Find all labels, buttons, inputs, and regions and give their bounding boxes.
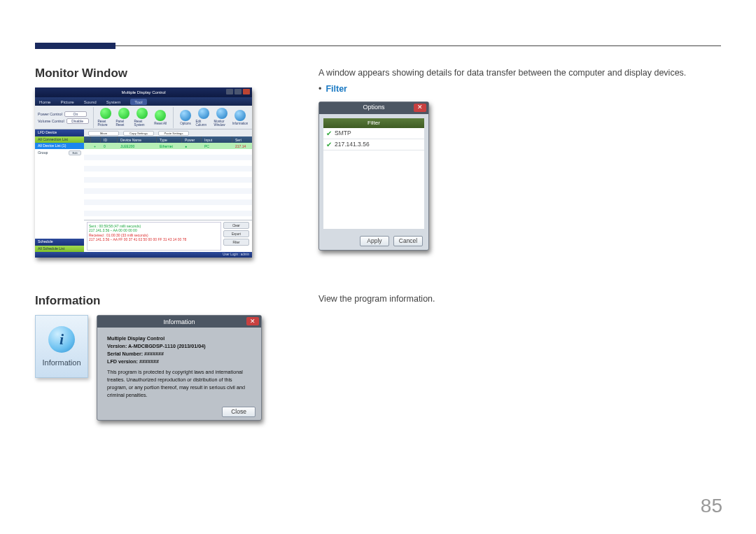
info-serial: Serial Number: ####### bbox=[107, 351, 164, 357]
sidebar-group-label: Group bbox=[38, 150, 48, 155]
mdc-title: Multiple Display Control bbox=[121, 90, 165, 94]
sidebar-all-device[interactable]: All Device List (1) bbox=[35, 143, 84, 149]
apply-button[interactable]: Apply bbox=[360, 236, 389, 246]
monitor-filter-button[interactable]: Filter bbox=[223, 239, 249, 246]
close-button[interactable] bbox=[243, 89, 250, 94]
tb-reset-system[interactable]: Reset System bbox=[134, 108, 150, 127]
tab-system[interactable]: System bbox=[106, 99, 121, 104]
volume-control-value[interactable]: Disable bbox=[66, 118, 89, 124]
grid-header: ID Device NameTypePower InputSeri bbox=[84, 136, 252, 143]
monitor-window-description: A window appears showing details for dat… bbox=[318, 66, 721, 80]
power-control-label: Power Control bbox=[38, 112, 62, 116]
sidebar-lfd-device[interactable]: LFD Device bbox=[35, 129, 84, 136]
close-icon[interactable]: ✕ bbox=[414, 104, 426, 112]
information-title: Information bbox=[163, 318, 195, 325]
page-number: 85 bbox=[701, 495, 722, 517]
info-legal: This program is protected by copyright l… bbox=[107, 368, 253, 400]
information-tile-label: Information bbox=[42, 358, 80, 367]
filter-bullet: •Filter bbox=[318, 83, 721, 96]
tb-panel-reset[interactable]: Panel Reset bbox=[116, 108, 132, 127]
information-tile[interactable]: i Information bbox=[35, 315, 88, 378]
minimize-button[interactable] bbox=[226, 89, 233, 94]
volume-control-label: Volume Control bbox=[38, 119, 64, 123]
information-icon: i bbox=[48, 326, 75, 353]
heading-information: Information bbox=[35, 294, 287, 308]
sidebar-edit-button[interactable]: Edit bbox=[69, 150, 81, 155]
tb-reset-picture[interactable]: Reset Picture bbox=[98, 108, 114, 127]
monitor-log: Sent : 00:59:58 (47 milli seconds) 217.1… bbox=[87, 222, 221, 251]
check-icon[interactable]: ✔ bbox=[323, 139, 335, 150]
tb-reset-all[interactable]: Reset All bbox=[153, 108, 169, 127]
device-grid: Move Copy Settings Paste Settings ID Dev… bbox=[84, 129, 252, 252]
tab-picture[interactable]: Picture bbox=[61, 99, 74, 104]
filter-row[interactable]: ✔ SMTP bbox=[323, 128, 424, 139]
mdc-toolbar: Power ControlOn Volume ControlDisable Re… bbox=[35, 106, 252, 129]
sidebar-group-row: Group Edit bbox=[35, 149, 84, 156]
heading-monitor-window: Monitor Window bbox=[35, 66, 287, 80]
mdc-window: Multiple Display Control Home Picture So… bbox=[35, 87, 252, 258]
information-description: View the program information. bbox=[318, 294, 721, 304]
filter-row[interactable]: ✔ 217.141.3.56 bbox=[323, 139, 424, 150]
table-row[interactable]: +0 JLEE200Ethernet● PC217.14 bbox=[84, 143, 252, 149]
tab-tool[interactable]: Tool bbox=[130, 99, 146, 105]
filter-bullet-label: Filter bbox=[326, 84, 347, 94]
close-icon[interactable]: ✕ bbox=[246, 317, 259, 325]
page-header-rule bbox=[35, 45, 721, 46]
information-dialog: Information ✕ Multiple Display Control V… bbox=[97, 315, 262, 421]
power-control-value[interactable]: On bbox=[64, 111, 87, 117]
tb-edit-column[interactable]: Edit Column bbox=[196, 108, 212, 127]
info-version: Version: A-MDCBGDSP-1110 (2013/01/04) bbox=[107, 343, 206, 349]
mdc-titlebar: Multiple Display Control bbox=[35, 87, 252, 97]
sidebar-all-connection[interactable]: All Connection List bbox=[35, 136, 84, 143]
info-product: Multiple Display Control bbox=[107, 335, 164, 342]
cancel-button[interactable]: Cancel bbox=[393, 236, 423, 246]
filter-column-header: Filter bbox=[323, 118, 424, 128]
maximize-button[interactable] bbox=[234, 89, 241, 94]
mdc-menubar: Home Picture Sound System Tool bbox=[35, 97, 252, 106]
options-dialog: Options ✕ Filter ✔ SMTP ✔ 217.141.3.56 A… bbox=[318, 101, 429, 251]
information-titlebar: Information ✕ bbox=[97, 316, 261, 328]
options-title: Options bbox=[363, 103, 384, 113]
grid-copy-button[interactable]: Copy Settings bbox=[123, 131, 154, 136]
sidebar: LFD Device All Connection List All Devic… bbox=[35, 129, 84, 252]
grid-move-button[interactable]: Move bbox=[88, 131, 119, 136]
grid-paste-button[interactable]: Paste Settings bbox=[158, 131, 189, 136]
tb-information[interactable]: Information bbox=[232, 108, 248, 127]
info-lfd: LFD version: ####### bbox=[107, 358, 159, 365]
monitor-clear-button[interactable]: Clear bbox=[223, 222, 249, 229]
status-bar: User Login : admin bbox=[35, 252, 252, 258]
sidebar-schedule[interactable]: Schedule bbox=[35, 239, 84, 246]
close-button[interactable]: Close bbox=[222, 407, 255, 417]
sidebar-all-schedule[interactable]: All Schedule List bbox=[35, 246, 84, 252]
tab-sound[interactable]: Sound bbox=[84, 99, 97, 104]
options-titlebar: Options ✕ bbox=[319, 102, 428, 114]
tb-options[interactable]: Options bbox=[178, 108, 194, 127]
tab-home[interactable]: Home bbox=[39, 99, 51, 104]
check-icon[interactable]: ✔ bbox=[323, 128, 335, 139]
tb-monitor-window[interactable]: Monitor Window bbox=[214, 108, 230, 127]
monitor-export-button[interactable]: Export bbox=[223, 230, 249, 237]
